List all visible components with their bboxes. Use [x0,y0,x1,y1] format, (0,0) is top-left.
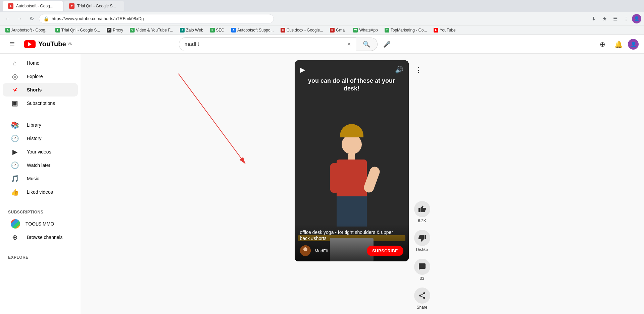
url-input[interactable]: https://www.youtube.com/shorts/oTRFmk08x… [52,16,269,21]
sidebar-label-your-videos: Your videos [27,149,51,154]
bookmark-favicon-10: W [353,28,358,33]
bookmarks-bar: A Autobotsoft - Goog... T Trial Qni - Go… [0,25,644,35]
person-figure [318,124,385,238]
reload-button[interactable]: ↻ [27,14,36,23]
tab-title-2: Trial Qni - Google S... [77,4,119,8]
sidebar-item-browse-channels[interactable]: ⊕ Browse channels [3,231,78,244]
bookmark-video[interactable]: V Video & YouTube F... [127,27,176,33]
sidebar-item-watch-later[interactable]: 🕐 Watch later [3,159,78,172]
address-bar[interactable]: 🔒 https://www.youtube.com/shorts/oTRFmk0… [39,14,274,23]
sidebar-label-watch-later: Watch later [27,163,50,168]
browser-tab-2[interactable]: T Trial Qni - Google S... [64,1,124,11]
bookmark-trial[interactable]: T Trial Qni - Google S... [53,27,103,33]
hamburger-menu-button[interactable]: ☰ [5,38,19,51]
bookmark-favicon-5: Z [180,28,185,33]
sidebar-label-subscriptions: Subscriptions [27,101,55,106]
bookmark-button[interactable]: ★ [600,14,609,23]
person-hair [340,124,363,137]
content-area: you can do all of these at your desk! ▶ … [81,54,644,314]
video-more-options-button[interactable]: ⋮ [415,66,422,74]
bookmark-cus[interactable]: C Cus.docx - Google... [278,27,326,33]
bookmark-youtube[interactable]: ▶ YouTube [431,27,458,33]
share-action[interactable]: Share [414,288,430,310]
sidebar-item-music[interactable]: 🎵 Music [3,172,78,185]
share-label: Share [416,305,427,310]
bookmark-label-9: Gmail [336,28,346,33]
video-volume-button[interactable]: 🔊 [395,66,403,74]
bookmark-label-2: Trial Qni - Google S... [61,28,100,33]
header-actions: ⊕ 🔔 👤 [596,38,639,51]
bookmark-label-11: TopMarketing - Go... [391,28,427,33]
video-bottom-info: office desk yoga - for tight shoulders &… [295,224,409,261]
browser-tab-1[interactable]: A Autobotsoft - Goog... [3,1,63,11]
search-button[interactable]: 🔍 [356,38,378,51]
like-action[interactable]: 6.2K [414,201,430,223]
subscriptions-section-title: SUBSCRIPTIONS [0,207,81,217]
bookmark-label-10: WhatsApp [359,28,378,33]
bookmark-seo[interactable]: S SEO [207,27,227,33]
notifications-button[interactable]: 🔔 [612,38,625,51]
dislike-icon [414,230,430,246]
sidebar-item-library[interactable]: 📚 Library [3,118,78,132]
bookmark-autobotsoft[interactable]: A Autobotsoft - Goog... [3,27,51,33]
browser-profile[interactable]: 👤 [632,14,641,23]
library-icon: 📚 [11,121,19,129]
forward-button[interactable]: → [15,14,24,23]
bookmark-topmarketing[interactable]: T TopMarketing - Go... [382,27,430,33]
bookmark-favicon-2: T [55,28,60,33]
sidebar-item-history[interactable]: 🕐 History [3,132,78,145]
shorts-actions: 6.2K Dislike 33 [414,60,430,310]
sidebar-divider-1 [0,114,81,114]
video-overlay-text: you can do all of these at your desk! [295,77,409,93]
bookmark-label-6: SEO [216,28,225,33]
yt-main: ⌂ Home ◎ Explore Shorts ▣ [0,54,644,314]
comment-action[interactable]: 33 [414,259,430,281]
person-head [342,135,362,154]
bookmark-autobotsoft-support[interactable]: A Autobotsoft Suppo... [229,27,277,33]
subscribe-button[interactable]: SUBSCRIBE [367,246,403,256]
sidebar-item-tools-mmo[interactable]: TOOLS MMO [3,217,78,231]
sidebar-label-liked-videos: Liked videos [27,189,53,195]
more-button[interactable]: ⋮ [621,14,631,23]
sidebar-label-tools-mmo: TOOLS MMO [26,221,54,227]
yt-logo-icon [24,40,36,48]
lock-icon: 🔒 [43,16,49,21]
search-box: ✕ [179,37,356,51]
share-icon [414,288,430,304]
bookmark-favicon-12: ▶ [434,28,438,33]
person-arm-right [362,165,381,194]
bookmark-proxy[interactable]: P Proxy [104,27,126,33]
video-title: office desk yoga - for tight shoulders &… [300,229,403,241]
sidebar-item-liked-videos[interactable]: 👍 Liked videos [3,185,78,199]
like-icon [414,201,430,217]
sidebar-item-explore[interactable]: ◎ Explore [3,70,78,83]
bookmark-whatsapp[interactable]: W WhatsApp [350,27,380,33]
bookmark-favicon-3: P [107,28,111,33]
user-avatar[interactable]: 👤 [628,39,639,50]
extensions-button[interactable]: ☰ [610,14,620,23]
create-button[interactable]: ⊕ [596,38,609,51]
bookmark-favicon-9: G [330,28,335,33]
search-input[interactable] [179,38,342,51]
sidebar-item-shorts[interactable]: Shorts [3,83,78,97]
bookmark-gmail[interactable]: G Gmail [327,27,349,33]
sidebar-item-subscriptions[interactable]: ▣ Subscriptions [3,97,78,110]
voice-search-button[interactable]: 🎤 [380,38,394,51]
shorts-video-player[interactable]: you can do all of these at your desk! ▶ … [295,60,409,261]
bookmark-zalo[interactable]: Z Zalo Web [177,27,206,33]
video-play-button[interactable]: ▶ [300,66,305,74]
video-channel-info: MadFit SUBSCRIBE [300,245,403,256]
browser-toolbar: ← → ↻ 🔒 https://www.youtube.com/shorts/o… [0,12,644,25]
dislike-action[interactable]: Dislike [414,230,430,252]
back-button[interactable]: ← [3,14,12,23]
person-neck [348,154,355,160]
search-clear-button[interactable]: ✕ [342,38,356,51]
downloads-button[interactable]: ⬇ [589,14,598,23]
sidebar-label-shorts: Shorts [27,87,42,92]
bookmark-label-5: Zalo Web [186,28,203,33]
yt-logo[interactable]: YouTube VN [24,40,72,48]
sidebar-item-home[interactable]: ⌂ Home [3,56,78,70]
tab-title-1: Autobotsoft - Goog... [16,4,58,8]
sidebar-item-your-videos[interactable]: ▶ Your videos [3,145,78,159]
channel-avatar[interactable] [300,245,311,256]
